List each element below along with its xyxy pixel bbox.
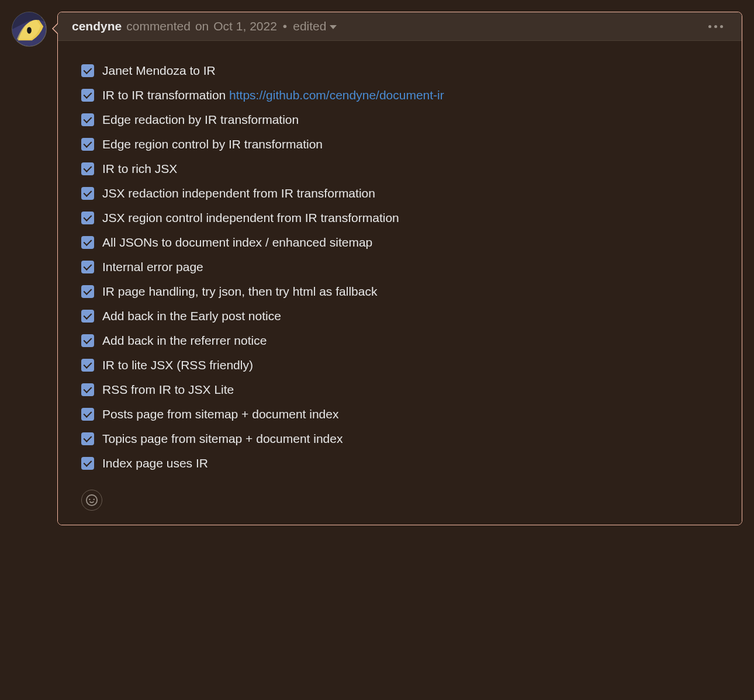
- task-text: Topics page from sitemap + document inde…: [102, 432, 343, 446]
- task-text: Index page uses IR: [102, 456, 208, 470]
- task-item: IR to lite JSX (RSS friendly): [81, 353, 718, 377]
- task-item: Posts page from sitemap + document index: [81, 402, 718, 427]
- task-text: Edge redaction by IR transformation: [102, 113, 299, 127]
- reaction-bar: [81, 490, 718, 511]
- task-text: All JSONs to document index / enhanced s…: [102, 235, 372, 249]
- task-checkbox[interactable]: [81, 162, 94, 175]
- task-checkbox[interactable]: [81, 334, 94, 347]
- comment-box: cendyne commented on Oct 1, 2022 • edite…: [57, 12, 742, 525]
- task-item: Internal error page: [81, 255, 718, 279]
- svg-point-1: [27, 27, 32, 34]
- comment-container: cendyne commented on Oct 1, 2022 • edite…: [12, 12, 742, 525]
- task-checkbox[interactable]: [81, 285, 94, 298]
- task-item: Edge region control by IR transformation: [81, 132, 718, 157]
- task-text: Edge region control by IR transformation: [102, 137, 323, 151]
- smiley-icon: [86, 494, 98, 506]
- task-item: Add back in the referrer notice: [81, 328, 718, 353]
- task-checkbox[interactable]: [81, 383, 94, 396]
- task-text: Internal error page: [102, 260, 203, 274]
- task-checkbox[interactable]: [81, 89, 94, 102]
- comment-body: Janet Mendoza to IRIR to IR transformati…: [58, 41, 742, 525]
- task-text: RSS from IR to JSX Lite: [102, 383, 234, 397]
- edited-dropdown[interactable]: edited: [293, 19, 337, 33]
- task-item: JSX region control independent from IR t…: [81, 206, 718, 230]
- action-text: commented: [126, 19, 191, 33]
- task-item: Add back in the Early post notice: [81, 304, 718, 328]
- task-list: Janet Mendoza to IRIR to IR transformati…: [81, 58, 718, 476]
- task-item: Janet Mendoza to IR: [81, 58, 718, 83]
- task-item: Index page uses IR: [81, 451, 718, 476]
- task-item: IR to rich JSX: [81, 157, 718, 181]
- task-text: Add back in the referrer notice: [102, 334, 267, 348]
- task-checkbox[interactable]: [81, 138, 94, 151]
- task-text: JSX redaction independent from IR transf…: [102, 186, 375, 200]
- task-checkbox[interactable]: [81, 432, 94, 445]
- edited-label: edited: [293, 19, 326, 33]
- task-text: IR to lite JSX (RSS friendly): [102, 358, 253, 372]
- task-text: IR to rich JSX: [102, 162, 177, 176]
- task-text: IR page handling, try json, then try htm…: [102, 285, 377, 299]
- task-checkbox[interactable]: [81, 212, 94, 224]
- task-text: JSX region control independent from IR t…: [102, 211, 399, 225]
- task-link[interactable]: https://github.com/cendyne/document-ir: [229, 88, 444, 102]
- avatar-image-icon: [12, 12, 46, 46]
- task-item: Edge redaction by IR transformation: [81, 108, 718, 132]
- author-link[interactable]: cendyne: [72, 19, 122, 33]
- task-text: Add back in the Early post notice: [102, 309, 281, 323]
- task-item: All JSONs to document index / enhanced s…: [81, 230, 718, 255]
- task-checkbox[interactable]: [81, 64, 94, 77]
- avatar[interactable]: [12, 12, 47, 47]
- kebab-icon: [708, 25, 723, 28]
- add-reaction-button[interactable]: [81, 490, 102, 511]
- task-item: JSX redaction independent from IR transf…: [81, 181, 718, 206]
- separator-dot: •: [283, 19, 287, 33]
- task-checkbox[interactable]: [81, 261, 94, 273]
- more-actions-button[interactable]: [704, 25, 728, 28]
- task-item: IR to IR transformation https://github.c…: [81, 83, 718, 108]
- task-item: RSS from IR to JSX Lite: [81, 377, 718, 402]
- timestamp-prefix: on: [195, 19, 209, 33]
- task-checkbox[interactable]: [81, 359, 94, 372]
- task-text: Janet Mendoza to IR: [102, 64, 216, 78]
- timestamp[interactable]: Oct 1, 2022: [213, 19, 277, 33]
- task-checkbox[interactable]: [81, 408, 94, 421]
- task-checkbox[interactable]: [81, 310, 94, 323]
- header-meta: cendyne commented on Oct 1, 2022 • edite…: [72, 19, 337, 33]
- task-checkbox[interactable]: [81, 457, 94, 470]
- comment-header: cendyne commented on Oct 1, 2022 • edite…: [58, 12, 742, 41]
- task-text: Posts page from sitemap + document index: [102, 407, 338, 421]
- task-item: Topics page from sitemap + document inde…: [81, 427, 718, 451]
- task-checkbox[interactable]: [81, 113, 94, 126]
- task-item: IR page handling, try json, then try htm…: [81, 279, 718, 304]
- task-checkbox[interactable]: [81, 236, 94, 249]
- task-text: IR to IR transformation https://github.c…: [102, 88, 444, 102]
- caret-down-icon: [330, 25, 337, 29]
- task-checkbox[interactable]: [81, 187, 94, 200]
